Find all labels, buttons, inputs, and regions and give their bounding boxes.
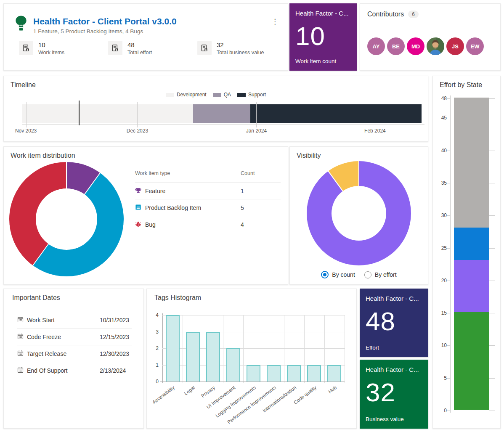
timeline-month-label: Dec 2023 [127, 128, 148, 134]
tags-histogram-title: Tags Histogram [154, 294, 201, 302]
radio-by-count[interactable]: By count [321, 271, 355, 278]
histogram-y-tick-label: 1 [151, 362, 159, 368]
histogram-y-tick-label: 2 [151, 345, 159, 351]
histogram-vertical-gridline [264, 315, 264, 383]
dates-list: Work Start 10/31/2023 Code Freeze 12/15/… [17, 312, 132, 379]
effort-state-segment [454, 98, 489, 228]
release-title[interactable]: Health Factor - Client Portal v3.0.0 [33, 16, 177, 27]
contributors-count-badge: 6 [408, 11, 419, 18]
work-item-icon [197, 41, 212, 55]
histogram-x-tick-label: Privacy [200, 385, 216, 398]
histogram-x-tick-label: Internationalization [262, 385, 297, 413]
product-backlog-item-icon [135, 204, 141, 212]
effort-axis-tick [489, 248, 495, 249]
effort-axis-tick-label: 0 [435, 408, 447, 413]
effort-axis-tick [447, 281, 450, 281]
avatar-photo[interactable] [427, 37, 444, 55]
avatar[interactable]: AY [367, 37, 385, 55]
tags-histogram-x-labels: AccessibilityLegalPrivacyUI ImprovementL… [162, 385, 345, 427]
histogram-vertical-gridline [304, 315, 305, 383]
calendar-icon [17, 316, 24, 324]
stat-total-business-value: 32 Total business value [197, 41, 264, 56]
release-subtitle: 1 Feature, 5 Product Backlog Items, 4 Bu… [33, 28, 143, 34]
timeline-month-label: Feb 2024 [364, 128, 386, 134]
release-balloon-icon [13, 15, 29, 33]
tile-label: Effort [366, 345, 422, 351]
effort-axis-tick-label: 30 [435, 212, 447, 218]
histogram-vertical-gridline [324, 315, 325, 383]
date-label: Code Freeze [27, 334, 61, 340]
tags-histogram-chart [162, 315, 345, 382]
histogram-vertical-gridline [243, 315, 244, 383]
radio-selected-icon[interactable] [321, 271, 329, 278]
column-header-count: Count [241, 170, 281, 176]
important-dates-card: Important Dates Work Start 10/31/2023 Co… [3, 289, 144, 429]
contributors-card: Contributors 6 AY BE MD JS EW [360, 3, 501, 71]
histogram-y-tick-label: 0 [151, 379, 159, 384]
histogram-y-tick-label: 4 [151, 312, 159, 318]
effort-y-axis [450, 95, 451, 413]
effort-axis-tick [489, 281, 495, 281]
effort-axis-tick [447, 98, 450, 99]
effort-axis-tick-label: 48 [435, 95, 447, 101]
donut-hole [332, 186, 386, 241]
histogram-bar [307, 365, 321, 382]
tile-business-value[interactable]: Health Factor - C... 32 Business value [360, 360, 428, 429]
stat-value: 10 [38, 41, 64, 48]
avatar[interactable]: MD [407, 37, 424, 55]
effort-axis-tick-label: 45 [435, 115, 447, 121]
effort-axis-tick [447, 183, 450, 183]
avatar[interactable]: JS [446, 37, 464, 55]
stat-value: 32 [217, 41, 264, 48]
histogram-bar [166, 315, 180, 382]
radio-by-effort[interactable]: By effort [364, 271, 397, 278]
effort-state-segment [454, 260, 489, 312]
release-summary-card: Health Factor - Client Portal v3.0.0 1 F… [3, 3, 288, 71]
tile-value: 32 [366, 379, 422, 405]
effort-state-segment [454, 228, 489, 260]
effort-axis-tick [447, 345, 450, 346]
date-row-work-start: Work Start 10/31/2023 [17, 312, 132, 328]
feature-icon [135, 187, 141, 195]
effort-axis-tick [489, 215, 495, 216]
effort-axis-tick-label: 20 [435, 278, 447, 284]
stat-label: Work items [38, 50, 64, 56]
tile-effort[interactable]: Health Factor - C... 48 Effort [360, 289, 428, 357]
histogram-horizontal-gridline [162, 315, 345, 315]
tile-title: Health Factor - C... [295, 10, 351, 17]
avatar[interactable]: EW [466, 37, 484, 55]
effort-axis-tick [447, 215, 450, 216]
histogram-vertical-gridline [284, 315, 284, 383]
tile-work-item-count[interactable]: Health Factor - C... 10 Work item count [289, 3, 357, 71]
histogram-y-tick-label: 3 [151, 329, 159, 335]
avatar-list: AY BE MD JS EW [367, 37, 484, 55]
donut-hole [36, 188, 97, 250]
date-label: Target Release [27, 350, 66, 357]
work-item-type-label: Product Backlog Item [145, 204, 201, 211]
contributors-title: Contributors [367, 11, 404, 18]
date-value: 10/31/2023 [100, 317, 132, 323]
timeline-axis: Nov 2023Dec 2023Jan 2024Feb 2024 [22, 76, 424, 141]
timeline-month-tick [137, 102, 138, 127]
tile-label: Business value [366, 416, 422, 422]
effort-by-state-card: Effort by State 05101520253035404548 [432, 76, 501, 429]
histogram-bar [267, 365, 281, 382]
radio-unselected-icon[interactable] [364, 271, 371, 278]
visibility-mode-options: By count By effort [290, 271, 428, 278]
more-options-icon[interactable]: ⋮ [269, 16, 281, 27]
visibility-card: Visibility By count By effort [289, 146, 428, 285]
work-item-icon [108, 41, 122, 55]
avatar[interactable]: BE [387, 37, 405, 55]
effort-axis-tick [489, 183, 495, 183]
visibility-donut [307, 161, 411, 265]
dashboard: Health Factor - Client Portal v3.0.0 1 F… [0, 0, 504, 432]
timeline-month-tick [26, 102, 27, 127]
histogram-bar [287, 365, 301, 382]
effort-axis-tick [447, 248, 450, 249]
effort-state-segment [454, 312, 489, 410]
effort-axis-tick [447, 411, 450, 411]
histogram-vertical-gridline [183, 315, 183, 383]
work-item-type-table: Work item type Count Feature 1 Product B… [135, 167, 281, 233]
histogram-x-tick-label: Legal [183, 385, 196, 396]
stat-value: 48 [127, 41, 152, 48]
